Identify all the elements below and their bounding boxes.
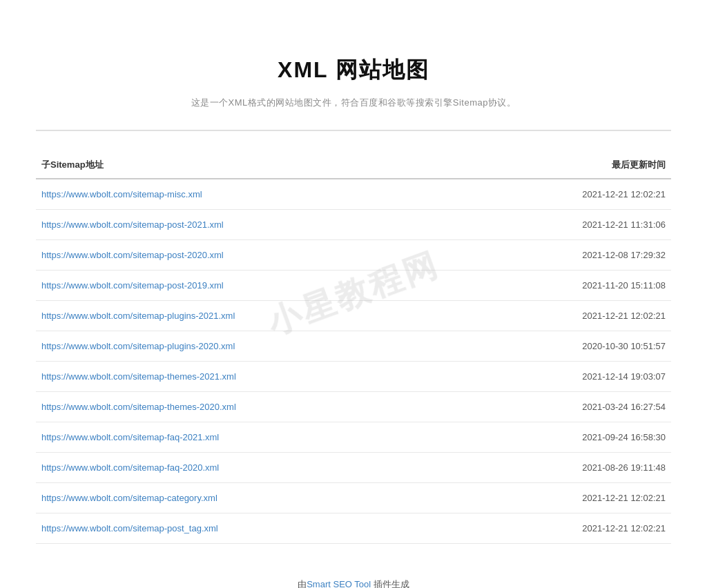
sitemap-link[interactable]: https://www.wbolt.com/sitemap-post-2020.… [41, 250, 224, 260]
table-cell-date: 2021-12-21 12:02:21 [472, 301, 672, 331]
table-header: 子Sitemap地址 最后更新时间 [36, 152, 671, 179]
table-cell-date: 2021-12-21 12:02:21 [472, 179, 672, 210]
table-cell-date: 2021-09-24 16:58:30 [472, 422, 672, 453]
footer-suffix: 插件生成 [371, 579, 409, 588]
table-row: https://www.wbolt.com/sitemap-themes-202… [36, 392, 671, 422]
sitemap-link[interactable]: https://www.wbolt.com/sitemap-post-2019.… [41, 280, 224, 291]
table-cell-date: 2021-12-21 12:02:21 [472, 483, 672, 513]
col-url-header: 子Sitemap地址 [36, 152, 472, 179]
table-row: https://www.wbolt.com/sitemap-faq-2021.x… [36, 422, 671, 453]
table-body: https://www.wbolt.com/sitemap-misc.xml20… [36, 179, 671, 544]
table-cell-url: https://www.wbolt.com/sitemap-plugins-20… [36, 301, 472, 331]
sitemap-link[interactable]: https://www.wbolt.com/sitemap-plugins-20… [41, 311, 235, 321]
table-row: https://www.wbolt.com/sitemap-plugins-20… [36, 331, 671, 362]
footer-link[interactable]: Smart SEO Tool [307, 579, 371, 588]
table-row: https://www.wbolt.com/sitemap-post-2020.… [36, 240, 671, 271]
sitemap-link[interactable]: https://www.wbolt.com/sitemap-themes-202… [41, 371, 236, 382]
table-cell-url: https://www.wbolt.com/sitemap-plugins-20… [36, 331, 472, 362]
footer-section: 由Smart SEO Tool 插件生成 [36, 578, 671, 588]
sitemap-link[interactable]: https://www.wbolt.com/sitemap-faq-2021.x… [41, 432, 219, 442]
table-row: https://www.wbolt.com/sitemap-misc.xml20… [36, 179, 671, 210]
footer-prefix: 由 [298, 579, 307, 588]
table-cell-url: https://www.wbolt.com/sitemap-category.x… [36, 483, 472, 513]
sitemap-link[interactable]: https://www.wbolt.com/sitemap-post-2021.… [41, 219, 224, 230]
table-cell-url: https://www.wbolt.com/sitemap-post-2020.… [36, 240, 472, 271]
table-cell-date: 2021-12-14 19:03:07 [472, 362, 672, 392]
table-row: https://www.wbolt.com/sitemap-plugins-20… [36, 301, 671, 331]
header-section: XML 网站地图 这是一个XML格式的网站地图文件，符合百度和谷歌等搜索引擎Si… [36, 28, 671, 131]
table-row: https://www.wbolt.com/sitemap-category.x… [36, 483, 671, 513]
sitemap-link[interactable]: https://www.wbolt.com/sitemap-category.x… [41, 493, 217, 503]
col-date-header: 最后更新时间 [472, 152, 672, 179]
sitemap-link[interactable]: https://www.wbolt.com/sitemap-faq-2020.x… [41, 462, 219, 473]
table-cell-date: 2021-12-08 17:29:32 [472, 240, 672, 271]
table-row: https://www.wbolt.com/sitemap-faq-2020.x… [36, 453, 671, 483]
table-row: https://www.wbolt.com/sitemap-post-2019.… [36, 271, 671, 301]
table-cell-url: https://www.wbolt.com/sitemap-post-2021.… [36, 210, 472, 240]
table-cell-date: 2021-03-24 16:27:54 [472, 392, 672, 422]
table-cell-url: https://www.wbolt.com/sitemap-faq-2021.x… [36, 422, 472, 453]
table-cell-url: https://www.wbolt.com/sitemap-post_tag.x… [36, 513, 472, 544]
table-cell-url: https://www.wbolt.com/sitemap-post-2019.… [36, 271, 472, 301]
table-row: https://www.wbolt.com/sitemap-post-2021.… [36, 210, 671, 240]
page-subtitle: 这是一个XML格式的网站地图文件，符合百度和谷歌等搜索引擎Sitemap协议。 [36, 97, 671, 109]
sitemap-link[interactable]: https://www.wbolt.com/sitemap-themes-202… [41, 402, 236, 412]
table-cell-date: 2021-12-21 11:31:06 [472, 210, 672, 240]
table-cell-date: 2021-11-20 15:11:08 [472, 271, 672, 301]
table-cell-date: 2021-08-26 19:11:48 [472, 453, 672, 483]
table-cell-date: 2021-12-21 12:02:21 [472, 513, 672, 544]
table-cell-url: https://www.wbolt.com/sitemap-misc.xml [36, 179, 472, 210]
table-row: https://www.wbolt.com/sitemap-themes-202… [36, 362, 671, 392]
sitemap-table: 子Sitemap地址 最后更新时间 https://www.wbolt.com/… [36, 152, 671, 544]
table-cell-url: https://www.wbolt.com/sitemap-themes-202… [36, 362, 472, 392]
table-cell-date: 2020-10-30 10:51:57 [472, 331, 672, 362]
page-title: XML 网站地图 [36, 55, 671, 86]
sitemap-link[interactable]: https://www.wbolt.com/sitemap-misc.xml [41, 189, 202, 199]
table-cell-url: https://www.wbolt.com/sitemap-themes-202… [36, 392, 472, 422]
sitemap-link[interactable]: https://www.wbolt.com/sitemap-plugins-20… [41, 341, 235, 351]
table-cell-url: https://www.wbolt.com/sitemap-faq-2020.x… [36, 453, 472, 483]
sitemap-link[interactable]: https://www.wbolt.com/sitemap-post_tag.x… [41, 523, 218, 533]
table-row: https://www.wbolt.com/sitemap-post_tag.x… [36, 513, 671, 544]
